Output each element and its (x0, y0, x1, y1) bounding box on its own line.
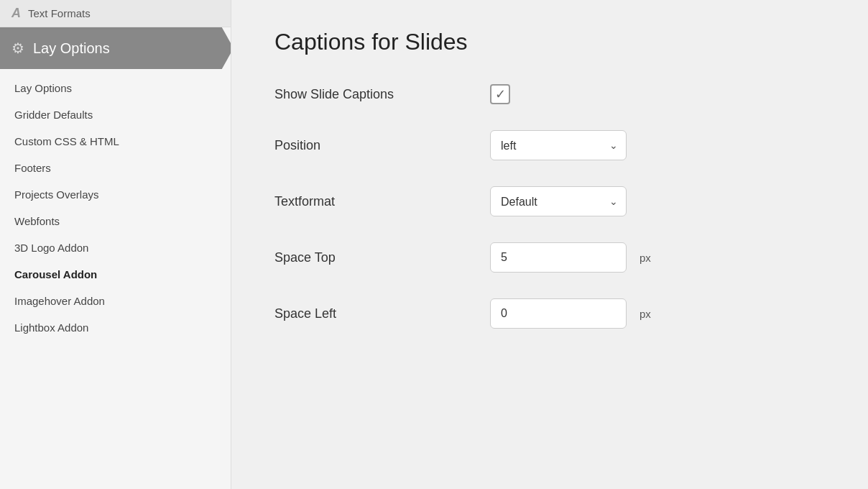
text-formats-label: Text Formats (28, 7, 91, 19)
label-show-slide-captions: Show Slide Captions (274, 87, 490, 102)
page-title: Captions for Slides (274, 29, 825, 55)
text-formats-icon: A (11, 6, 21, 21)
sidebar-item-lightbox-addon[interactable]: Lightbox Addon (0, 314, 231, 341)
sidebar-item-webfonts[interactable]: Webfonts (0, 208, 231, 234)
label-space-top: Space Top (274, 250, 490, 265)
sidebar-item-projects-overlays[interactable]: Projects Overlays (0, 181, 231, 208)
sidebar: A Text Formats ⚙ Lay Options Lay Options… (0, 0, 231, 489)
label-space-left: Space Left (274, 306, 490, 321)
control-textformat: Default⌄ (490, 186, 627, 216)
select-wrapper-position: leftcenterright⌄ (490, 130, 627, 160)
checkbox-show-slide-captions[interactable]: ✓ (490, 84, 510, 104)
select-position[interactable]: leftcenterright (490, 130, 627, 160)
sidebar-item-footers[interactable]: Footers (0, 155, 231, 181)
form-row-position: Positionleftcenterright⌄ (274, 130, 825, 160)
gear-icon: ⚙ (11, 40, 24, 57)
select-wrapper-textformat: Default⌄ (490, 186, 627, 216)
number-input-space-top[interactable] (490, 242, 627, 273)
form-row-space-top: Space Toppx (274, 242, 825, 273)
unit-label-space-top: px (640, 252, 651, 264)
sidebar-nav: Lay OptionsGridder DefaultsCustom CSS & … (0, 69, 231, 347)
main-content: Captions for Slides Show Slide Captions✓… (231, 0, 868, 489)
form-fields: Show Slide Captions✓Positionleftcenterri… (274, 84, 825, 329)
sidebar-item-carousel-addon[interactable]: Carousel Addon (0, 261, 231, 288)
control-show-slide-captions: ✓ (490, 84, 510, 104)
unit-label-space-left: px (640, 308, 651, 320)
sidebar-item-imagehover-addon[interactable]: Imagehover Addon (0, 288, 231, 314)
sidebar-item-gridder-defaults[interactable]: Gridder Defaults (0, 101, 231, 128)
sidebar-item-3d-logo-addon[interactable]: 3D Logo Addon (0, 234, 231, 261)
form-row-space-left: Space Leftpx (274, 298, 825, 329)
active-item-label: Lay Options (33, 40, 110, 57)
control-space-left: px (490, 298, 651, 329)
label-position: Position (274, 138, 490, 153)
select-textformat[interactable]: Default (490, 186, 627, 216)
form-row-show-slide-captions: Show Slide Captions✓ (274, 84, 825, 104)
control-space-top: px (490, 242, 651, 273)
control-position: leftcenterright⌄ (490, 130, 627, 160)
form-row-textformat: TextformatDefault⌄ (274, 186, 825, 216)
number-input-space-left[interactable] (490, 298, 627, 329)
sidebar-item-lay-options[interactable]: Lay Options (0, 75, 231, 101)
sidebar-active-lay-options[interactable]: ⚙ Lay Options (0, 27, 231, 69)
sidebar-item-custom-css-html[interactable]: Custom CSS & HTML (0, 128, 231, 155)
sidebar-text-formats-item[interactable]: A Text Formats (0, 0, 231, 27)
label-textformat: Textformat (274, 194, 490, 209)
checkmark-icon: ✓ (495, 88, 506, 101)
